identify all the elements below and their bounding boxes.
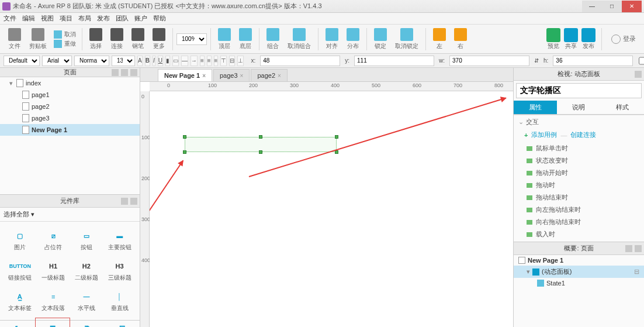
tool-file[interactable]: 文件: [5, 28, 25, 50]
lib-image[interactable]: ▢图片: [4, 225, 37, 256]
tool-back[interactable]: 底层: [236, 28, 255, 50]
menu-help[interactable]: 帮助: [153, 14, 166, 23]
border-button[interactable]: ▭: [172, 56, 179, 66]
tool-unlock[interactable]: 取消锁定: [392, 28, 422, 50]
inspector-tab-style[interactable]: 样式: [601, 101, 644, 114]
add-folder-icon[interactable]: [121, 69, 128, 76]
tool-share[interactable]: 共享: [564, 28, 578, 50]
lib-paragraph[interactable]: ≡文本段落: [37, 286, 70, 316]
outline-state1[interactable]: State1: [514, 278, 644, 288]
window-minimize-button[interactable]: —: [582, 1, 602, 12]
tree-page2[interactable]: page2: [0, 101, 140, 112]
align-center-button[interactable]: ≡: [207, 56, 212, 66]
section-interactions[interactable]: ⌄交互: [514, 115, 644, 129]
lib-primary-button[interactable]: ▬主要按钮: [103, 225, 136, 256]
tool-pen[interactable]: 钢笔: [128, 28, 148, 50]
lib-link-button[interactable]: BUTTON链接按钮: [4, 256, 37, 286]
fontsize-select[interactable]: 13: [112, 56, 135, 66]
delete-icon[interactable]: ⊟: [634, 268, 639, 276]
tool-align[interactable]: 对齐: [322, 28, 342, 50]
inspector-tab-notes[interactable]: 说明: [557, 101, 600, 114]
tool-undo[interactable]: 取消: [54, 30, 76, 39]
lib-h2[interactable]: H2二级标题: [70, 256, 103, 286]
tool-lock[interactable]: 锁定: [371, 28, 390, 50]
arrow-button[interactable]: →: [191, 56, 198, 66]
tool-clipboard[interactable]: 剪贴板: [26, 28, 50, 50]
tab-page3[interactable]: page3×: [213, 69, 250, 81]
valign-mid-button[interactable]: ⊟: [229, 56, 235, 66]
lib-hline[interactable]: —水平线: [70, 286, 103, 316]
outline-dynamicpanel[interactable]: ▾(动态面板)⊟: [514, 266, 644, 278]
tool-left[interactable]: 左: [430, 28, 449, 50]
align-left-button[interactable]: ≡: [200, 56, 205, 66]
add-case-link[interactable]: +添加用例—创建连接: [514, 129, 644, 141]
lib-placeholder[interactable]: ⧄占位符: [37, 225, 70, 256]
window-maximize-button[interactable]: □: [602, 1, 622, 12]
outline-root[interactable]: New Page 1: [514, 255, 644, 266]
menu-team[interactable]: 团队: [116, 14, 129, 23]
lib-iframe[interactable]: ⧉内联框架: [70, 318, 105, 328]
tab-newpage1[interactable]: New Page 1×: [158, 69, 212, 81]
lib-vline[interactable]: │垂直线: [103, 286, 136, 316]
underline-button[interactable]: U: [158, 56, 163, 66]
menu-view[interactable]: 视图: [41, 14, 54, 23]
lib-search-icon[interactable]: [130, 198, 137, 205]
selected-widget[interactable]: [185, 137, 337, 152]
design-canvas[interactable]: [150, 91, 513, 327]
tool-preview[interactable]: 预览: [546, 28, 560, 50]
coord-x-input[interactable]: [260, 56, 340, 66]
weight-select[interactable]: Normal: [74, 56, 109, 66]
tree-root[interactable]: ▾index: [0, 77, 140, 89]
close-icon[interactable]: ×: [202, 73, 206, 79]
menu-publish[interactable]: 发布: [97, 14, 110, 23]
tool-distribute[interactable]: 分布: [343, 28, 363, 50]
color-button[interactable]: A: [137, 56, 143, 66]
inspector-tab-properties[interactable]: 属性: [514, 101, 557, 114]
hidden-checkbox[interactable]: 隐藏: [639, 53, 644, 69]
tool-group[interactable]: 组合: [263, 28, 283, 50]
fill-button[interactable]: ▮: [165, 56, 170, 66]
window-close-button[interactable]: ✕: [622, 1, 642, 12]
event-swipeleft[interactable]: 向左拖动结束时: [514, 204, 644, 216]
widget-name-input[interactable]: [516, 83, 642, 98]
valign-bot-button[interactable]: ⊥: [237, 56, 244, 66]
italic-button[interactable]: I: [153, 56, 155, 66]
tool-ungroup[interactable]: 取消组合: [284, 28, 314, 50]
style-select[interactable]: Default: [4, 56, 40, 66]
event-dragend[interactable]: 拖动结束时: [514, 191, 644, 204]
zoom-select[interactable]: 100%: [176, 33, 207, 45]
event-drag[interactable]: 拖动时: [514, 179, 644, 191]
tree-newpage1[interactable]: New Page 1: [0, 124, 140, 136]
lib-textlabel[interactable]: A̲文本标签: [4, 286, 37, 316]
lib-hotspot[interactable]: ↖热区: [0, 318, 35, 328]
lib-menu-icon[interactable]: [121, 198, 128, 205]
tree-page1[interactable]: page1: [0, 89, 140, 101]
tool-redo[interactable]: 重做: [54, 40, 76, 48]
tool-connect[interactable]: 连接: [107, 28, 127, 50]
coord-h-input[interactable]: [553, 56, 633, 66]
line-button[interactable]: —: [181, 56, 188, 66]
tree-page3[interactable]: page3: [0, 112, 140, 124]
menu-file[interactable]: 文件: [4, 14, 16, 23]
tab-page2[interactable]: page2×: [251, 69, 287, 81]
tool-right[interactable]: 右: [451, 28, 470, 50]
close-icon[interactable]: ×: [278, 73, 281, 79]
library-selector[interactable]: 选择全部 ▾: [0, 208, 140, 222]
lib-h3[interactable]: H3三级标题: [103, 256, 136, 286]
login-button[interactable]: 登录: [608, 35, 639, 44]
search-icon[interactable]: [130, 69, 137, 76]
font-select[interactable]: Arial: [42, 56, 72, 66]
event-click[interactable]: 鼠标单击时: [514, 142, 644, 154]
coord-y-input[interactable]: [354, 56, 434, 66]
bold-button[interactable]: B: [145, 56, 150, 66]
event-swiperight[interactable]: 向右拖动结束时: [514, 216, 644, 228]
filter-icon[interactable]: [625, 245, 632, 252]
tool-front[interactable]: 顶层: [214, 28, 234, 50]
lib-repeater[interactable]: ▤中继器: [105, 318, 140, 328]
align-right-button[interactable]: ≡: [214, 56, 219, 66]
inspector-pin-icon[interactable]: [635, 71, 642, 78]
lib-dynamic-panel[interactable]: ▦动态面板: [35, 318, 70, 328]
tool-publish[interactable]: 发布: [581, 28, 595, 50]
event-statechange[interactable]: 状态改变时: [514, 154, 644, 167]
coord-lock[interactable]: ⇵: [534, 57, 539, 64]
